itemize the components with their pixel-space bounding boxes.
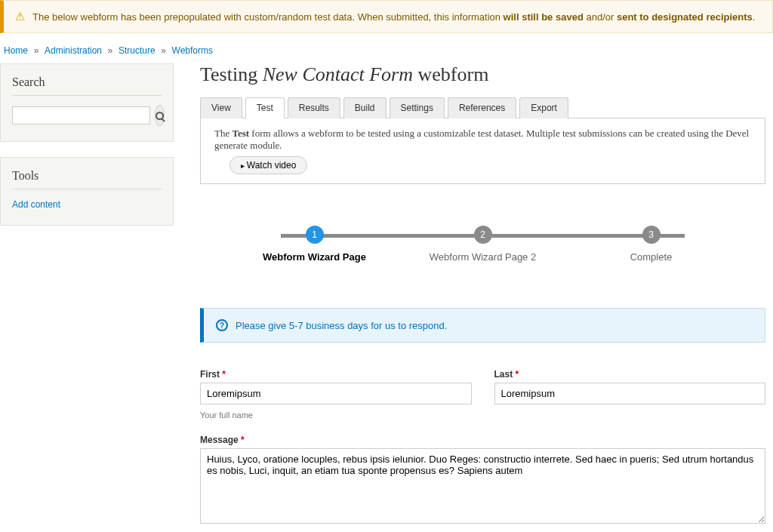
tab-view[interactable]: View [200, 97, 242, 118]
info-icon: ? [216, 319, 228, 331]
tab-results[interactable]: Results [288, 97, 340, 118]
warning-icon: ⚠ [15, 10, 25, 23]
wizard-step-3-circle: 3 [642, 226, 661, 244]
tab-settings[interactable]: Settings [390, 97, 445, 118]
wizard-step-1: 1 Webform Wizard Page [230, 226, 399, 263]
tab-export[interactable]: Export [519, 97, 568, 118]
message-label: Message * [200, 435, 765, 445]
breadcrumb: Home » Administration » Structure » Webf… [0, 33, 773, 63]
first-input[interactable] [200, 383, 472, 404]
wizard-step-3-label: Complete [567, 251, 735, 263]
info-text: The Test form allows a webform to be tes… [214, 128, 749, 151]
wizard-step-3: 3 Complete [567, 226, 735, 263]
test-data-notice: ⚠ The below webform has been prepopulate… [0, 0, 773, 33]
status-message: ? Please give 5-7 business days for us t… [200, 308, 765, 343]
breadcrumb-separator: » [31, 45, 42, 56]
wizard-progress: 1 Webform Wizard Page 2 Webform Wizard P… [230, 226, 735, 263]
breadcrumb-administration[interactable]: Administration [45, 45, 102, 56]
first-label: First * [200, 369, 472, 380]
wizard-step-1-circle: 1 [306, 226, 324, 244]
search-block: Search [0, 63, 174, 142]
tab-build[interactable]: Build [343, 97, 386, 118]
breadcrumb-separator: » [105, 45, 116, 56]
tab-references[interactable]: References [448, 97, 516, 118]
tabs: View Test Results Build Settings Referen… [200, 97, 765, 118]
breadcrumb-webforms[interactable]: Webforms [172, 45, 213, 56]
tab-test[interactable]: Test [245, 97, 285, 118]
last-input[interactable] [494, 383, 766, 404]
tools-title: Tools [12, 169, 162, 189]
main-content: Testing New Contact Form webform View Te… [181, 63, 773, 532]
breadcrumb-structure[interactable]: Structure [119, 45, 156, 56]
last-label: Last * [494, 369, 766, 380]
breadcrumb-home[interactable]: Home [4, 45, 28, 56]
wizard-step-2-label: Webform Wizard Page 2 [399, 251, 567, 263]
wizard-step-2: 2 Webform Wizard Page 2 [399, 226, 567, 263]
sidebar: Search Tools Add content [0, 63, 181, 241]
search-button[interactable] [155, 105, 165, 126]
info-panel: The Test form allows a webform to be tes… [200, 118, 765, 184]
notice-text: The below webform has been prepopulated … [32, 11, 755, 23]
name-help-text: Your full name [200, 411, 765, 420]
page-title: Testing New Contact Form webform [200, 63, 765, 86]
message-textarea[interactable] [200, 448, 765, 524]
search-icon [156, 112, 164, 120]
required-indicator: * [222, 369, 226, 380]
watch-video-button[interactable]: Watch video [229, 156, 307, 174]
required-indicator: * [241, 435, 245, 445]
breadcrumb-separator: » [158, 45, 169, 56]
wizard-step-1-label: Webform Wizard Page [230, 251, 399, 263]
add-content-link[interactable]: Add content [12, 199, 60, 210]
status-message-text: Please give 5-7 business days for us to … [236, 320, 447, 331]
required-indicator: * [516, 369, 519, 380]
tools-block: Tools Add content [0, 157, 174, 226]
search-input[interactable] [12, 106, 150, 125]
search-title: Search [12, 75, 162, 96]
wizard-step-2-circle: 2 [474, 226, 492, 244]
